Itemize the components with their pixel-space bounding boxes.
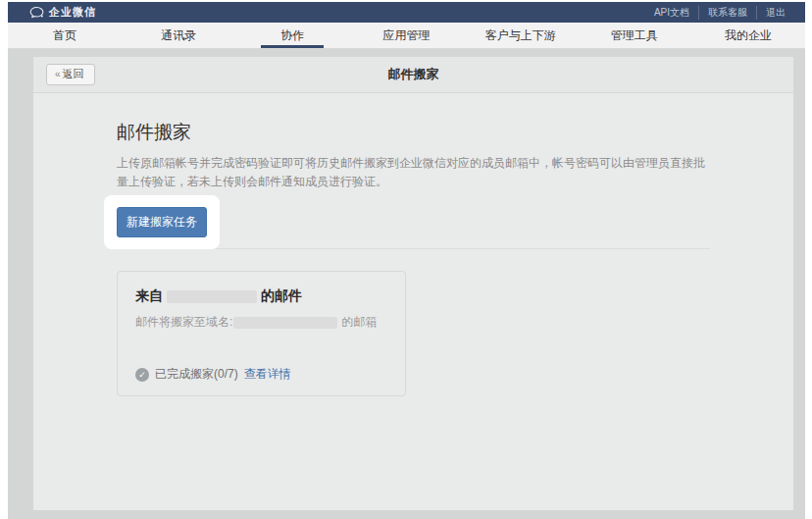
logout-link[interactable]: 退出 (756, 6, 786, 20)
nav-item-my-company[interactable]: 我的企业 (691, 23, 805, 48)
wechat-work-logo-icon (29, 6, 44, 19)
back-chevron-icon: « (55, 69, 61, 79)
api-docs-link[interactable]: API文档 (645, 6, 698, 20)
main-title: 邮件搬家 (117, 120, 710, 145)
app-window: 企业微信 API文档 联系客服 退出 首页 通讯录 协作 应用管理 客户与上下游… (8, 2, 805, 519)
nav-item-collaboration[interactable]: 协作 (235, 23, 349, 48)
nav-item-admin-tools[interactable]: 管理工具 (578, 23, 691, 48)
main-nav: 首页 通讯录 协作 应用管理 客户与上下游 管理工具 我的企业 (8, 23, 805, 49)
nav-item-contacts[interactable]: 通讯录 (122, 23, 235, 48)
panel-body: 邮件搬家 上传原邮箱帐号并完成密码验证即可将历史邮件搬家到企业微信对应的成员邮箱… (33, 93, 793, 396)
mail-migration-panel: «返回 邮件搬家 邮件搬家 上传原邮箱帐号并完成密码验证即可将历史邮件搬家到企业… (33, 57, 793, 510)
new-task-button[interactable]: 新建搬家任务 (117, 207, 207, 237)
highlight-overlay: 新建搬家任务 (104, 195, 220, 249)
nav-item-customers[interactable]: 客户与上下游 (464, 23, 578, 48)
task-card-footer: ✓ 已完成搬家(0/7) 查看详情 (135, 366, 291, 383)
task-title-suffix: 的邮件 (261, 287, 302, 305)
nav-item-home[interactable]: 首页 (8, 23, 122, 48)
topbar-links: API文档 联系客服 退出 (645, 6, 786, 20)
task-card-title: 来自 的邮件 (135, 287, 387, 305)
nav-item-app-management[interactable]: 应用管理 (349, 23, 463, 48)
panel-header: «返回 邮件搬家 (33, 57, 793, 93)
task-title-prefix: 来自 (135, 287, 163, 305)
check-circle-icon: ✓ (135, 368, 149, 382)
back-button-label: 返回 (63, 68, 84, 79)
new-task-section: 新建搬家任务 (117, 195, 710, 249)
task-detail-prefix: 邮件将搬家至域名: (135, 314, 232, 331)
back-button[interactable]: «返回 (46, 64, 95, 85)
redacted-target-domain (233, 317, 337, 329)
topbar: 企业微信 API文档 联系客服 退出 (8, 2, 805, 23)
contact-support-link[interactable]: 联系客服 (698, 6, 756, 20)
task-detail-suffix: 的邮箱 (341, 314, 377, 331)
task-card-detail: 邮件将搬家至域名: 的邮箱 (135, 314, 387, 331)
content-background: «返回 邮件搬家 邮件搬家 上传原邮箱帐号并完成密码验证即可将历史邮件搬家到企业… (8, 49, 805, 519)
main-description: 上传原邮箱帐号并完成密码验证即可将历史邮件搬家到企业微信对应的成员邮箱中，帐号密… (117, 154, 710, 190)
brand: 企业微信 (29, 5, 96, 20)
redacted-source-domain (167, 290, 257, 303)
brand-name: 企业微信 (49, 5, 96, 20)
migration-status: 已完成搬家(0/7) (155, 366, 238, 383)
migration-task-card: 来自 的邮件 邮件将搬家至域名: 的邮箱 ✓ 已完成搬家(0/7) 查看详情 (117, 271, 406, 396)
view-details-link[interactable]: 查看详情 (244, 366, 291, 383)
page-title: 邮件搬家 (33, 57, 793, 92)
